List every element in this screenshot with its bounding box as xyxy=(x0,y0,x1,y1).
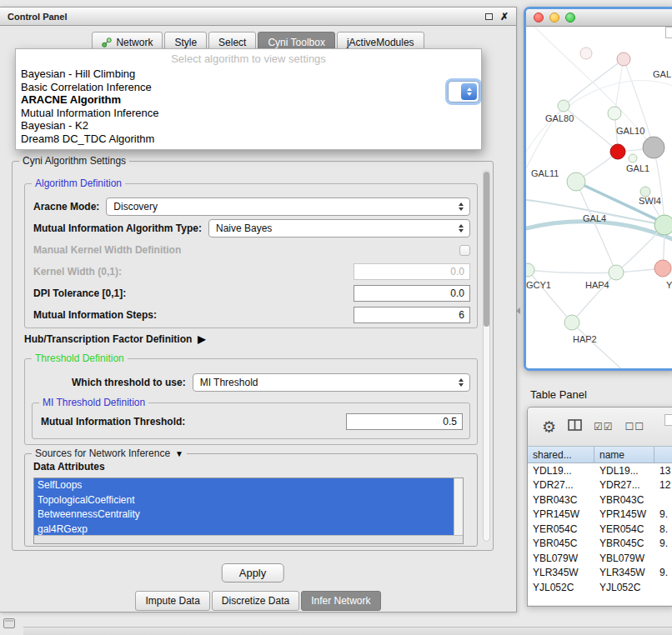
table-row[interactable]: YJL052CYJL052C xyxy=(528,580,672,595)
which-threshold-select[interactable]: MI Threshold xyxy=(193,373,470,392)
float-window-icon[interactable] xyxy=(485,13,493,20)
settings-group-title: Cyni Algorithm Settings xyxy=(19,155,129,167)
table-cell: 9. xyxy=(654,567,672,578)
aracne-mode-select[interactable]: Discovery xyxy=(106,198,470,216)
algorithm-option-aracne-algorithm[interactable]: ARACNE Algorithm xyxy=(16,93,481,107)
network-node[interactable] xyxy=(567,172,585,191)
network-node[interactable] xyxy=(609,265,624,280)
data-attributes-list[interactable]: SelfLoopsTopologicalCoefficientBetweenne… xyxy=(33,478,464,544)
mi-threshold-value: 0.5 xyxy=(443,416,457,428)
mi-steps-label: Mutual Information Steps: xyxy=(33,309,157,321)
mi-threshold-field[interactable]: 0.5 xyxy=(346,413,463,430)
node-label-gal10: GAL10 xyxy=(616,126,644,136)
scrollbar-button[interactable] xyxy=(665,27,672,38)
algorithm-option-bayesian-k2[interactable]: Bayesian - K2 xyxy=(16,119,481,132)
network-node[interactable] xyxy=(608,107,621,120)
network-node[interactable] xyxy=(564,315,579,330)
which-threshold-row: Which threshold to use: MI Threshold xyxy=(72,372,470,392)
mi-type-select[interactable]: Naive Bayes xyxy=(208,219,470,238)
close-icon[interactable]: ✗ xyxy=(500,12,509,22)
scrollbar-thumb[interactable] xyxy=(484,172,489,327)
checked-boxes-icon[interactable]: ☑☑ xyxy=(594,421,614,432)
network-node[interactable] xyxy=(654,215,672,235)
table-row[interactable]: YBR045CYBR045C9. xyxy=(528,537,672,552)
network-window-titlebar[interactable] xyxy=(526,9,672,27)
table-row[interactable]: YPR145WYPR145W9. xyxy=(528,508,672,522)
list-horizontal-scrollbar[interactable] xyxy=(34,535,463,543)
node-label-gal1: GAL1 xyxy=(626,163,649,173)
cyni-algorithm-settings-group: Cyni Algorithm Settings Algorithm Defini… xyxy=(12,161,494,551)
table-cell: YDR27... xyxy=(528,479,594,491)
table-cell: YBR043C xyxy=(528,494,594,506)
tab-impute-data[interactable]: Impute Data xyxy=(135,591,209,611)
network-edge[interactable] xyxy=(654,148,664,225)
table-row[interactable]: YDR27...YDR27...12 xyxy=(528,478,672,493)
table-cell: YBR045C xyxy=(594,538,654,549)
network-node[interactable] xyxy=(629,154,637,162)
control-panel-titlebar[interactable]: Control Panel ✗ xyxy=(0,8,516,26)
network-node[interactable] xyxy=(526,263,534,277)
algorithm-option-mutual-information-inference[interactable]: Mutual Information Inference xyxy=(16,107,481,120)
triangle-down-icon[interactable]: ▼ xyxy=(175,449,183,458)
network-node[interactable] xyxy=(558,100,569,112)
chevron-updown-icon xyxy=(459,202,464,211)
manual-kernel-checkbox[interactable] xyxy=(459,245,470,256)
network-node[interactable] xyxy=(654,260,671,277)
kernel-width-field[interactable]: 0.0 xyxy=(354,263,470,280)
table-row[interactable]: YBL079WYBL079W xyxy=(528,551,672,566)
tab-infer-network[interactable]: Infer Network xyxy=(301,591,380,611)
attribute-item-topologicalcoefficient[interactable]: TopologicalCoefficient xyxy=(34,493,454,508)
attribute-item-betweennesscentrality[interactable]: BetweennessCentrality xyxy=(34,508,454,522)
network-tab-icon xyxy=(102,38,112,48)
columns-icon[interactable] xyxy=(568,419,582,434)
algorithm-option-basic-correlation-inference[interactable]: Basic Correlation Inference xyxy=(16,81,481,94)
unchecked-boxes-icon[interactable]: ☐☐ xyxy=(625,421,645,432)
network-node[interactable] xyxy=(610,144,625,159)
mi-threshold-label: Mutual Information Threshold: xyxy=(41,416,185,428)
table-row[interactable]: YLR345WYLR345W9. xyxy=(528,566,672,581)
mi-steps-field[interactable]: 6 xyxy=(354,307,470,323)
network-edge[interactable] xyxy=(526,222,672,240)
algorithm-option-bayesian-hill-climbing[interactable]: Bayesian - Hill Climbing xyxy=(16,68,481,81)
hub-definition-toggle[interactable]: Hub/Transcription Factor Definition ▶ xyxy=(24,333,206,345)
dpi-tolerance-field[interactable]: 0.0 xyxy=(354,285,470,302)
table-row[interactable]: YER054CYER054C8. xyxy=(528,522,672,537)
attribute-item-selfloops[interactable]: SelfLoops xyxy=(34,478,454,493)
zoom-button[interactable] xyxy=(565,12,575,22)
mi-steps-row: Mutual Information Steps: 6 xyxy=(33,304,470,326)
column-header-name[interactable]: name xyxy=(594,447,654,462)
gear-icon[interactable]: ⚙ xyxy=(542,419,556,435)
table-cell: YER054C xyxy=(594,523,654,535)
settings-scrollbar[interactable] xyxy=(483,170,490,542)
network-canvas[interactable]: GAL80GAL10GAL11GAL1SWI4GAL4GCY1HAP4HAP2G… xyxy=(526,27,672,368)
table-row[interactable]: YDL19...YDL19...13 xyxy=(528,463,672,478)
network-edge[interactable] xyxy=(576,182,616,272)
mi-threshold-group-title: MI Threshold Definition xyxy=(39,397,148,408)
table-cell: YBL079W xyxy=(594,552,654,564)
node-label-y: Y xyxy=(666,280,672,290)
network-edge[interactable] xyxy=(528,270,572,322)
list-vertical-scrollbar[interactable] xyxy=(454,478,463,535)
close-button[interactable] xyxy=(534,12,544,22)
column-header-shared[interactable]: shared... xyxy=(528,447,594,462)
apply-button[interactable]: Apply xyxy=(222,563,284,582)
minimized-window-icon[interactable] xyxy=(3,618,15,628)
dpi-tolerance-value: 0.0 xyxy=(450,288,464,299)
column-header-col3[interactable] xyxy=(654,447,672,462)
table-row[interactable]: YBR043CYBR043C xyxy=(528,492,672,508)
network-edge[interactable] xyxy=(572,322,624,368)
algorithm-combobox-button[interactable] xyxy=(448,81,479,102)
network-node[interactable] xyxy=(617,52,630,66)
minimize-button[interactable] xyxy=(549,12,559,22)
tab-discretize-data[interactable]: Discretize Data xyxy=(212,591,299,611)
table-cell: YLR345W xyxy=(528,567,594,578)
scrollbar-button[interactable] xyxy=(664,414,672,426)
algorithm-popup-list: Bayesian - Hill ClimbingBasic Correlatio… xyxy=(16,68,481,145)
table-cell: YDL19... xyxy=(594,465,654,477)
network-edge[interactable] xyxy=(528,270,616,273)
algorithm-option-dream8-dc-tdc-algorithm[interactable]: Dream8 DC_TDC Algorithm xyxy=(16,132,481,146)
network-node[interactable] xyxy=(643,137,664,158)
network-edge[interactable] xyxy=(564,59,624,106)
splitter-collapse-icon[interactable] xyxy=(516,308,520,314)
network-node[interactable] xyxy=(580,48,592,59)
